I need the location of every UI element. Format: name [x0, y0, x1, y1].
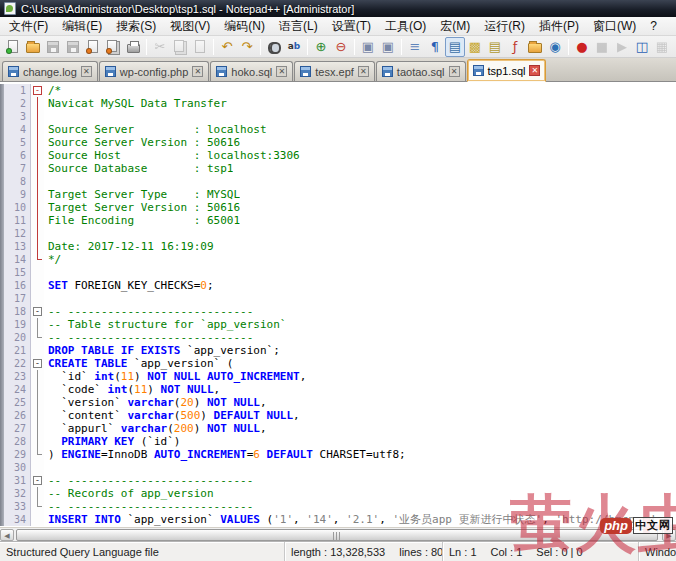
code-text[interactable]: -- Table structure for `app_version`: [44, 318, 286, 331]
redo-icon[interactable]: ↷: [237, 37, 257, 57]
code-text[interactable]: SET FOREIGN_KEY_CHECKS=0;: [44, 279, 214, 292]
code-text[interactable]: -- ----------------------------: [44, 305, 253, 318]
menu-item-4[interactable]: 编码(N): [217, 16, 272, 37]
code-text[interactable]: Navicat MySQL Data Transfer: [44, 97, 227, 110]
fold-margin: [31, 227, 44, 240]
menu-item-7[interactable]: 工具(O): [378, 16, 433, 37]
code-text[interactable]: -- ----------------------------: [44, 331, 253, 344]
scrollbar-thumb[interactable]: [16, 529, 658, 541]
fold-margin: [31, 422, 44, 435]
menu-item-2[interactable]: 搜索(S): [109, 16, 163, 37]
fold-collapse-icon[interactable]: -: [33, 359, 42, 368]
zoom-out-icon[interactable]: ⊖: [331, 37, 351, 57]
menu-item-1[interactable]: 编辑(E): [55, 16, 109, 37]
fold-collapse-icon[interactable]: -: [33, 86, 42, 95]
user-define-dialog-icon[interactable]: ▩: [465, 37, 485, 57]
menu-item-10[interactable]: 插件(P): [532, 16, 586, 37]
fold-margin: [31, 110, 44, 123]
code-text[interactable]: DROP TABLE IF EXISTS `app_version`;: [44, 344, 280, 357]
menu-item-8[interactable]: 宏(M): [433, 16, 477, 37]
scroll-right-arrow-icon[interactable]: ▶: [662, 529, 676, 541]
zoom-in-icon[interactable]: ⊕: [311, 37, 331, 57]
scroll-left-arrow-icon[interactable]: ◀: [0, 529, 14, 541]
code-text[interactable]: `code` int(11) NOT NULL,: [44, 383, 220, 396]
code-text[interactable]: PRIMARY KEY (`id`): [44, 435, 180, 448]
tab-wp-config.php[interactable]: wp-config.php✕: [99, 61, 210, 81]
code-text[interactable]: Target Server Type : MYSQL: [44, 188, 240, 201]
menu-item-5[interactable]: 语言(L): [272, 16, 325, 37]
code-text[interactable]: -- ----------------------------: [44, 500, 253, 513]
code-text[interactable]: */: [44, 253, 61, 266]
code-text[interactable]: `appurl` varchar(200) NOT NULL,: [44, 422, 267, 435]
new-file-icon[interactable]: [3, 37, 23, 57]
open-file-icon[interactable]: [23, 37, 43, 57]
code-line: 15: [0, 266, 676, 279]
fold-margin: [31, 136, 44, 149]
code-text[interactable]: `version` varchar(20) NOT NULL,: [44, 396, 267, 409]
find-icon[interactable]: [264, 37, 284, 57]
menu-item-11[interactable]: 窗口(W): [586, 16, 643, 37]
document-map-icon[interactable]: ▤: [485, 37, 505, 57]
document-monitor-icon[interactable]: ◉: [545, 37, 565, 57]
tab-hoko.sql[interactable]: hoko.sql✕: [210, 61, 293, 81]
line-number: 34: [4, 513, 31, 526]
print-icon[interactable]: [123, 37, 143, 57]
close-icon[interactable]: ✕: [276, 66, 287, 77]
macro-save-icon[interactable]: ◫: [632, 37, 652, 57]
fold-collapse-icon[interactable]: -: [33, 476, 42, 485]
code-text[interactable]: CREATE TABLE `app_version` (: [44, 357, 233, 370]
tab-tsp1.sql[interactable]: tsp1.sql✕: [467, 59, 547, 82]
close-file-icon[interactable]: [83, 37, 103, 57]
horizontal-scrollbar[interactable]: ◀ ▶: [0, 527, 676, 541]
show-all-characters-icon[interactable]: ¶: [425, 37, 445, 57]
menu-item-6[interactable]: 设置(T): [325, 16, 378, 37]
code-text[interactable]: [44, 175, 48, 188]
replace-icon[interactable]: ab: [284, 37, 304, 57]
code-text[interactable]: Source Host : localhost:3306: [44, 149, 300, 162]
code-text[interactable]: [44, 227, 48, 240]
menu-item-3[interactable]: 视图(V): [163, 16, 217, 37]
fold-margin: [31, 513, 44, 526]
code-text[interactable]: ) ENGINE=InnoDB AUTO_INCREMENT=6 DEFAULT…: [44, 448, 406, 461]
close-icon[interactable]: ✕: [192, 66, 203, 77]
code-line: 16SET FOREIGN_KEY_CHECKS=0;: [0, 279, 676, 292]
close-icon[interactable]: ✕: [449, 66, 460, 77]
sync-vertical-scroll-icon[interactable]: ▣: [358, 37, 378, 57]
code-text[interactable]: Date: 2017-12-11 16:19:09: [44, 240, 214, 253]
code-editor[interactable]: 1-/*2Navicat MySQL Data Transfer34Source…: [0, 82, 676, 527]
macro-record-icon[interactable]: ●: [572, 37, 592, 57]
folder-as-workspace-icon[interactable]: [525, 37, 545, 57]
menu-item-9[interactable]: 运行(R): [477, 16, 532, 37]
menu-item-0[interactable]: 文件(F): [2, 16, 55, 37]
fold-margin: [31, 500, 44, 513]
close-icon[interactable]: ✕: [81, 66, 92, 77]
code-text[interactable]: Target Server Version : 50616: [44, 201, 240, 214]
code-text[interactable]: `content` varchar(500) DEFAULT NULL,: [44, 409, 300, 422]
sync-horizontal-scroll-icon[interactable]: ▣: [378, 37, 398, 57]
word-wrap-icon[interactable]: ≡: [405, 37, 425, 57]
tab-taotao.sql[interactable]: taotao.sql✕: [376, 61, 466, 81]
code-text[interactable]: [44, 110, 48, 123]
close-all-icon[interactable]: [103, 37, 123, 57]
code-text[interactable]: [44, 266, 48, 279]
code-text[interactable]: /*: [44, 84, 61, 97]
code-text[interactable]: Source Database : tsp1: [44, 162, 233, 175]
undo-icon[interactable]: ↶: [217, 37, 237, 57]
tab-tesx.epf[interactable]: tesx.epf✕: [294, 61, 375, 81]
code-text[interactable]: [44, 461, 48, 474]
code-text[interactable]: [44, 292, 48, 305]
code-text[interactable]: File Encoding : 65001: [44, 214, 240, 227]
function-list-icon[interactable]: ƒ: [505, 37, 525, 57]
code-text[interactable]: INSERT INTO `app_version` VALUES ('1', '…: [44, 513, 655, 526]
code-text[interactable]: -- ----------------------------: [44, 474, 253, 487]
code-text[interactable]: Source Server : localhost: [44, 123, 267, 136]
code-text[interactable]: -- Records of app_version: [44, 487, 214, 500]
code-text[interactable]: Source Server Version : 50616: [44, 136, 240, 149]
fold-collapse-icon[interactable]: -: [33, 307, 42, 316]
tab-change.log[interactable]: change.log✕: [2, 61, 98, 81]
show-indent-guide-icon[interactable]: ▤: [445, 37, 465, 57]
close-icon[interactable]: ✕: [358, 66, 369, 77]
menu-item-12[interactable]: ?: [643, 17, 664, 35]
close-icon[interactable]: ✕: [529, 65, 540, 76]
code-text[interactable]: `id` int(11) NOT NULL AUTO_INCREMENT,: [44, 370, 306, 383]
